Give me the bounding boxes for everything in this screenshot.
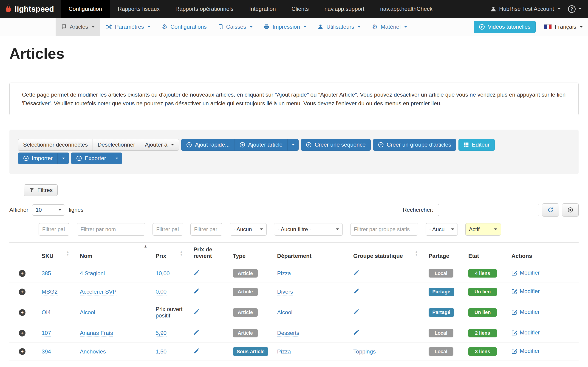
filter-department-select[interactable]: - Aucun filtre - [274,223,343,236]
filters-button[interactable]: Filtres [24,184,58,196]
filter-state-select[interactable]: Actif [465,223,501,236]
account-menu[interactable]: HubRise Test Account [491,6,561,12]
quick-add-button[interactable]: Ajout rapide... [181,139,235,151]
modify-link[interactable]: Modifier [511,288,540,294]
column-nom[interactable]: Nom ▲ [77,242,153,264]
book-icon [61,24,67,30]
name-link[interactable]: Accélérer SVP [80,289,116,295]
gear-icon: ⚙ [372,24,378,30]
tab-parametres[interactable]: Paramètres [100,18,156,35]
sku-link[interactable]: OI4 [42,309,51,316]
refresh-button[interactable] [542,203,559,217]
department-link[interactable]: Pizza [277,348,291,355]
create-article-group-button[interactable]: Créer un groupe d'articles [373,139,456,151]
deselect-button[interactable]: Déselectionner [93,139,140,151]
export-dropdown-button[interactable] [111,152,122,164]
sku-link[interactable]: 385 [42,270,51,277]
tab-articles[interactable]: Articles [56,18,100,35]
tab-impression[interactable]: Impression [258,18,312,35]
sku-link[interactable]: MSG2 [42,289,57,295]
filter-stat-group-input[interactable] [350,223,418,236]
circle-button[interactable] [562,203,579,217]
language-selector[interactable]: Français [544,24,583,30]
edit-stat-group-pencil-icon[interactable] [353,288,359,294]
add-to-button[interactable]: Ajouter à [140,139,179,151]
edit-cost-pencil-icon[interactable] [193,270,199,276]
tab-configurations[interactable]: ⚙ Configurations [156,18,212,35]
price-link[interactable]: 1,50 [156,348,167,355]
department-link[interactable]: Alcool [277,309,292,316]
modify-link[interactable]: Modifier [511,329,540,336]
search-input[interactable] [438,204,539,216]
filter-cost-input[interactable] [190,223,222,236]
department-link[interactable]: Pizza [277,270,291,277]
expand-row-button[interactable]: + [19,309,26,316]
column-prix[interactable]: Prix ▲▼ [153,242,190,264]
department-link[interactable]: Divers [277,289,293,295]
column-sku[interactable]: SKU ▲▼ [39,242,77,264]
edit-stat-group-pencil-icon[interactable] [353,270,359,276]
name-link[interactable]: Ananas Frais [80,330,113,337]
table-row: + MSG2 Accélérer SVP 0,00 Article Divers… [9,283,579,301]
brand-text: lightspeed [15,5,54,14]
lightspeed-logo[interactable]: lightspeed [0,0,61,18]
stat-group-link[interactable]: Toppings [353,348,376,355]
modify-link[interactable]: Modifier [511,269,540,276]
edit-cost-pencil-icon[interactable] [193,309,199,315]
edit-cost-pencil-icon[interactable] [193,348,199,354]
export-icon [76,156,82,161]
price-link[interactable]: 5,90 [156,330,167,337]
chevron-down-icon [451,228,454,230]
edit-stat-group-pencil-icon[interactable] [353,309,359,315]
name-link[interactable]: 4 Stagioni [80,270,105,277]
import-button[interactable]: Importer [18,152,58,164]
sku-link[interactable]: 394 [42,348,51,355]
expand-row-button[interactable]: + [19,330,26,336]
create-sequence-button[interactable]: Créer une séquence [301,139,371,151]
show-entries-select[interactable]: 10 [32,204,65,216]
sku-link[interactable]: 107 [42,330,51,337]
add-article-dropdown-button[interactable] [287,139,299,151]
modify-link[interactable]: Modifier [511,309,540,315]
expand-row-button[interactable]: + [19,348,26,355]
expand-row-button[interactable]: + [19,270,26,277]
tab-utilisateurs[interactable]: Utilisateurs [312,18,366,35]
filter-share-select[interactable]: - Aucu [426,223,458,236]
video-tutorials-button[interactable]: Vidéos tutorielles [474,21,536,33]
topnav-healthcheck[interactable]: nav.app.healthCheck [372,0,441,18]
edit-cost-pencil-icon[interactable] [193,329,199,335]
price-link[interactable]: 10,00 [156,270,170,277]
edit-stat-group-pencil-icon[interactable] [353,329,359,335]
filter-type-select[interactable]: - Aucun [230,223,267,236]
help-menu[interactable]: ? [568,5,581,13]
filter-name-input[interactable] [77,223,145,236]
department-link[interactable]: Desserts [277,330,299,337]
import-dropdown-button[interactable] [57,152,69,164]
name-link[interactable]: Alcool [80,309,95,316]
topnav-rapports-fiscaux[interactable]: Rapports fiscaux [110,0,167,18]
topnav-clients[interactable]: Clients [284,0,317,18]
editor-button[interactable]: Editeur [458,139,495,151]
filter-price-input[interactable] [153,223,183,236]
export-button-group: Exporter [71,152,122,164]
export-button[interactable]: Exporter [71,152,111,164]
expand-row-button[interactable]: + [19,289,26,295]
edit-cost-pencil-icon[interactable] [193,288,199,294]
page-title: Articles [9,45,579,62]
chevron-down-icon [292,144,295,145]
topnav-configuration[interactable]: Configuration [61,0,110,18]
table-row: + 107 Ananas Frais 5,90 Article Desserts… [9,324,579,342]
price-link[interactable]: 0,00 [156,289,167,295]
column-groupe-statistique[interactable]: Groupe statistique ▲▼ [350,242,426,264]
name-link[interactable]: Anchovies [80,348,106,355]
topnav-support[interactable]: nav.app.support [317,0,372,18]
chevron-down-icon [148,26,150,27]
topnav-integration[interactable]: Intégration [242,0,284,18]
topnav-rapports-operationnels[interactable]: Rapports opérationnels [167,0,242,18]
add-article-button[interactable]: Ajouter article [234,139,288,151]
filter-sku-input[interactable] [39,223,69,236]
select-disconnected-button[interactable]: Sélectionner déconnectés [18,139,93,151]
tab-materiel[interactable]: ⚙ Matériel [366,18,413,35]
modify-link[interactable]: Modifier [511,348,540,354]
tab-caisses[interactable]: Caisses [212,18,258,35]
